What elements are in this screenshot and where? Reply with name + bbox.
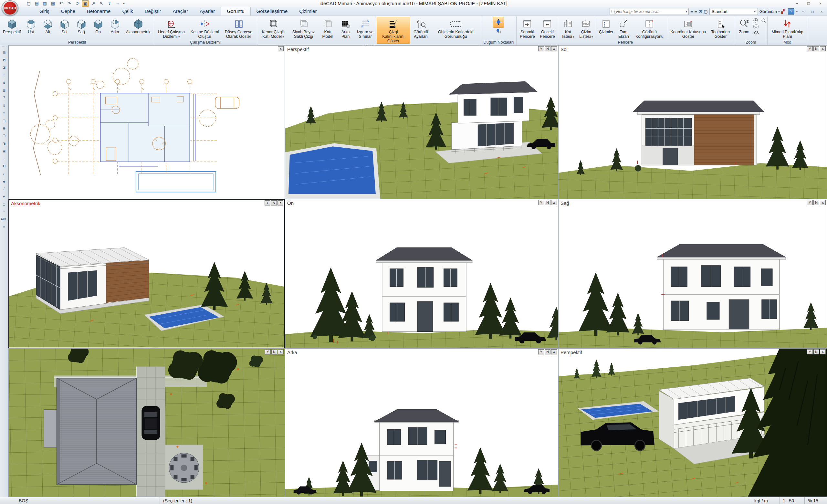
tool-half-view-icon[interactable]: ◐ — [1, 170, 8, 178]
viewport-n-button[interactable]: N — [545, 46, 550, 51]
tab-araclar[interactable]: Araçlar — [167, 7, 194, 15]
tool-select-copy-icon[interactable]: ◩ — [1, 56, 8, 64]
zoom-window-icon[interactable] — [753, 23, 767, 29]
node-pointer-icon[interactable]: ↖ — [98, 0, 105, 7]
onceki-pencere-button[interactable]: Önceki Pencere — [537, 17, 557, 39]
view-alt-button[interactable]: Alt — [39, 17, 56, 39]
zoom-previous-icon[interactable] — [761, 18, 767, 23]
dugum-noktalari-toggle[interactable] — [493, 17, 504, 28]
undo-icon[interactable]: ↶ — [57, 0, 64, 7]
viewport-on[interactable]: Ön Y N ∧ — [285, 199, 558, 348]
tool-node-points-icon[interactable]: ∴ — [1, 155, 8, 162]
siyah-beyaz-sakli-cizgi-button[interactable]: Siyah Beyaz Saklı Çizgi — [289, 17, 319, 44]
viewport-y-button[interactable]: Y — [538, 46, 544, 51]
viewport-perspektif-bottom[interactable]: Perspektif Y N ∧ — [558, 348, 827, 497]
tool-solid-icon[interactable]: ◆ — [1, 178, 8, 185]
new-file-icon[interactable]: ▢ — [25, 0, 32, 7]
tool-frame-icon[interactable]: ◻ — [1, 201, 8, 208]
tool-move-node-icon[interactable]: + — [1, 71, 8, 79]
help-button[interactable]: ? — [788, 8, 794, 14]
tool-swap-levels-icon[interactable]: ⇅ — [1, 79, 8, 87]
redo-icon[interactable]: ↷ — [65, 0, 73, 7]
view-aksonometrik-button[interactable]: Aksonometrik — [124, 17, 153, 39]
tab-goruntu[interactable]: Görüntü — [221, 7, 250, 15]
viewport-y-button[interactable]: Y — [265, 349, 271, 354]
view-perspektif-button[interactable]: Perspektif — [1, 17, 22, 39]
mdi-restore-button[interactable]: □ — [809, 8, 816, 14]
tool-colorize-icon[interactable]: * — [1, 208, 8, 215]
viewport-collapse-button[interactable]: ∧ — [278, 200, 283, 205]
tab-gorsellestirme[interactable]: Görselleştirme — [251, 7, 294, 15]
viewport-y-button[interactable]: Y — [807, 46, 813, 51]
style-select[interactable]: Standart ▾ — [710, 8, 758, 15]
tab-giris[interactable]: Giriş — [34, 7, 55, 15]
dimension-horizontal-icon[interactable]: ⇔ — [114, 0, 121, 7]
view-sol-button[interactable]: Sol — [56, 17, 73, 39]
idecad-logo[interactable]: ideCAD — [2, 0, 18, 16]
tool-flag-icon[interactable]: ▸ — [1, 193, 8, 200]
dimension-vertical-icon[interactable]: ⇕ — [106, 0, 113, 7]
mdi-minimize-button[interactable]: − — [799, 8, 807, 14]
help-dropdown-icon[interactable]: ▾ — [796, 10, 797, 13]
viewport-y-button[interactable]: Y — [538, 349, 544, 354]
viewport-collapse-button[interactable]: ∧ — [820, 200, 826, 205]
tool-break-line-icon[interactable]: / — [1, 185, 8, 193]
save-icon[interactable]: ▥ — [41, 0, 48, 7]
sonraki-pencere-button[interactable]: Sonraki Pencere — [517, 17, 537, 39]
cizim-listesi-button[interactable]: Çizim Listesi — [577, 17, 595, 39]
goruntu-ayarlari-button[interactable]: Görüntü Ayarları — [410, 17, 432, 44]
minimize-button[interactable]: − — [791, 0, 802, 6]
tool-select-move-icon[interactable]: ◪ — [1, 64, 8, 71]
viewport-y-button[interactable]: Y — [807, 349, 813, 354]
tab-cizimler[interactable]: Çizimler — [293, 7, 323, 15]
viewport-collapse-button[interactable]: ∧ — [820, 46, 826, 51]
selection-mode-icon[interactable]: ▣ — [82, 0, 89, 7]
dusey-cerceve-goster-button[interactable]: Düşey Çerçeve Olarak Göster — [221, 17, 256, 39]
view-menu[interactable]: Görünüm ▾ — [760, 9, 780, 14]
close-button[interactable]: × — [815, 0, 826, 6]
tool-section-fill-icon[interactable]: ◧ — [1, 162, 8, 169]
tab-betonarme[interactable]: Betonarme — [81, 7, 116, 15]
arka-plan-button[interactable]: Arka Plan — [337, 17, 354, 44]
viewport-sag[interactable]: Sağ Y N ∧ — [558, 199, 827, 348]
tool-window-tile-icon[interactable]: ▣ — [1, 147, 8, 155]
tab-celik[interactable]: Çelik — [116, 7, 139, 15]
viewport-perspektif-top[interactable]: Perspektif Y N ∧ — [285, 45, 558, 199]
layer-stack-icon[interactable]: ≡ — [694, 9, 697, 14]
close-view-icon[interactable]: ⊠ — [699, 9, 702, 14]
izgara-ve-sinirlar-button[interactable]: Izgara ve Sınırlar — [354, 17, 377, 44]
viewport-collapse-button[interactable]: ∧ — [551, 46, 557, 51]
toolbar-grip[interactable] — [2, 47, 6, 47]
viewport-n-button[interactable]: N — [814, 349, 819, 354]
tool-layers-icon[interactable]: ≡ — [1, 109, 8, 117]
node-small-icon[interactable] — [495, 28, 502, 34]
mimari-plan-kalip-plani-button[interactable]: Mimari Plan/Kalıp Planı — [768, 17, 806, 39]
cizimler-button[interactable]: Çizimler — [597, 17, 616, 39]
tool-mirror-icon[interactable]: ◨ — [1, 140, 8, 147]
kesme-duzlemi-olustur-button[interactable]: Kesme Düzlemi Oluştur — [188, 17, 221, 39]
kati-model-button[interactable]: Katı Model — [319, 17, 337, 44]
tool-clipboard-icon[interactable]: ▢ — [1, 132, 8, 139]
viewport-plan[interactable]: ∧ — [8, 45, 285, 199]
tam-ekran-button[interactable]: Tam Ekran — [616, 17, 632, 39]
viewport-collapse-button[interactable]: ∧ — [820, 349, 826, 354]
viewport-aksonometrik[interactable]: Aksonometrik Y N ∧ — [8, 199, 285, 348]
goruntu-konfigurasyonu-button[interactable]: Görüntü Konfigürasyonu — [632, 17, 667, 39]
viewport-sol[interactable]: Sol Y N ∧ — [558, 45, 827, 199]
open-folder-icon[interactable]: ▤ — [33, 0, 40, 7]
tab-ayarlar[interactable]: Ayarlar — [194, 7, 221, 15]
viewport-collapse-button[interactable]: ∧ — [551, 200, 557, 205]
cizgi-kalinliklarini-goster-button[interactable]: Çizgi Kalınlıklarını Göster — [377, 17, 410, 44]
viewport-ust[interactable]: Y N ∧ — [8, 348, 285, 497]
tool-hatch-pick-icon[interactable]: ▦ — [1, 87, 8, 94]
tool-report-icon[interactable]: ▯ — [1, 101, 8, 109]
tool-properties-icon[interactable]: ▤ — [1, 49, 8, 56]
snap-pointer-icon[interactable]: ↗ — [90, 0, 97, 7]
hedef-calisma-duzlemi-button[interactable]: Hedef Çalışma Düzlemi — [155, 17, 188, 39]
tab-degistir[interactable]: Değiştir — [139, 7, 167, 15]
objelerin-katlardaki-gorunurlugu-button[interactable]: Objelerin Katlardaki Görünürlüğü — [432, 17, 480, 44]
viewport-n-button[interactable]: N — [545, 349, 550, 354]
viewport-n-button[interactable]: N — [814, 46, 819, 51]
tool-auto-label-icon[interactable]: ABC — [1, 215, 8, 223]
zoom-extents-icon[interactable] — [753, 18, 759, 23]
